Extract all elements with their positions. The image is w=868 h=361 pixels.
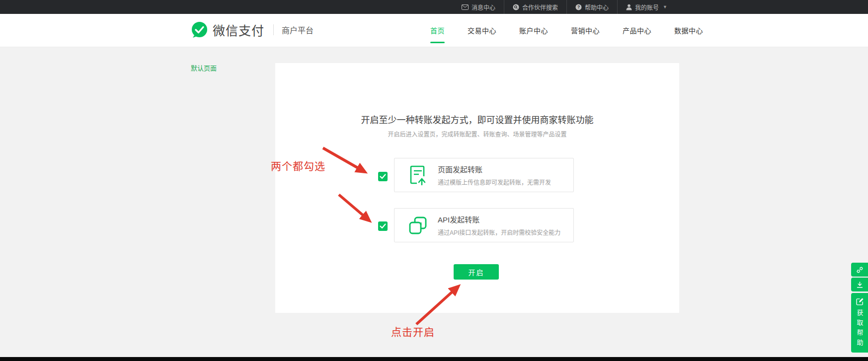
- download-icon: [856, 281, 864, 289]
- sidebar-item-default-page[interactable]: 默认页面: [191, 63, 217, 72]
- nav-marketing-center[interactable]: 营销中心: [571, 14, 600, 47]
- wechat-pay-logo-icon: [191, 21, 208, 39]
- nav-account-center[interactable]: 账户中心: [519, 14, 548, 47]
- menu-label: 我的账号: [635, 3, 659, 11]
- checkbox-api-transfer[interactable]: [378, 221, 388, 231]
- page-title: 开启至少一种转账发起方式，即可设置并使用商家转账功能: [275, 113, 679, 126]
- edit-icon: [856, 297, 864, 306]
- option-title: 页面发起转账: [438, 164, 551, 174]
- floating-side-toolbar: 获取帮助: [851, 263, 868, 353]
- wechat-pay-merchant-page: 消息中心 合作伙伴搜索 ? 帮助中心 我的账号 ▼: [0, 0, 868, 361]
- option-title: API发起转账: [438, 214, 560, 224]
- top-utility-bar: 消息中心 合作伙伴搜索 ? 帮助中心 我的账号 ▼: [0, 0, 868, 14]
- help-center-menu-item[interactable]: ? 帮助中心: [566, 0, 617, 14]
- download-button[interactable]: [851, 278, 868, 291]
- link-icon: [856, 266, 864, 274]
- partner-search-menu-item[interactable]: 合作伙伴搜索: [504, 0, 566, 14]
- option-texts: API发起转账 通过API接口发起转账，开启时需校验安全能力: [438, 214, 560, 236]
- menu-label: 消息中心: [472, 3, 495, 11]
- menu-label: 合作伙伴搜索: [522, 3, 558, 11]
- transfer-setup-panel: 开启至少一种转账发起方式，即可设置并使用商家转账功能 开启后进入设置页，完成转账…: [275, 63, 679, 313]
- site-header: 微信支付 商户平台 首页 交易中心 账户中心 营销中心 产品中心 数据中心: [0, 14, 868, 47]
- page-subtitle: 开启后进入设置页，完成转账配置、转账查询、场景管理等产品设置: [275, 130, 679, 138]
- option-description: 通过API接口发起转账，开启时需校验安全能力: [438, 228, 560, 236]
- menu-label: 帮助中心: [585, 3, 609, 11]
- nav-transaction-center[interactable]: 交易中心: [468, 14, 496, 47]
- api-blocks-icon: [408, 215, 428, 236]
- nav-home[interactable]: 首页: [430, 14, 445, 47]
- user-icon: [626, 4, 632, 10]
- brand-divider: [273, 24, 274, 35]
- get-help-button[interactable]: 获取帮助: [851, 293, 868, 353]
- option-texts: 页面发起转账 通过模版上传信息即可发起转账，无需开发: [438, 164, 551, 186]
- annotation-click-open: 点击开启: [391, 324, 435, 339]
- checkmark-icon: [380, 174, 386, 179]
- brand[interactable]: 微信支付 商户平台: [191, 21, 314, 39]
- option-description: 通过模版上传信息即可发起转账，无需开发: [438, 178, 551, 186]
- option-card-api-transfer[interactable]: API发起转账 通过API接口发起转账，开启时需校验安全能力: [394, 208, 574, 242]
- option-card-page-transfer[interactable]: 页面发起转账 通过模版上传信息即可发起转账，无需开发: [394, 158, 574, 192]
- svg-text:?: ?: [577, 4, 580, 9]
- chevron-down-icon: ▼: [663, 4, 667, 9]
- portal-name: 商户平台: [282, 24, 314, 36]
- nav-data-center[interactable]: 数据中心: [674, 14, 703, 47]
- checkbox-page-transfer[interactable]: [378, 172, 388, 181]
- question-icon: ?: [575, 4, 582, 10]
- partner-search-icon: [513, 4, 519, 10]
- my-account-menu-item[interactable]: 我的账号 ▼: [617, 0, 676, 14]
- envelope-icon: [462, 4, 469, 10]
- nav-product-center[interactable]: 产品中心: [623, 14, 651, 47]
- get-help-label: 获取帮助: [855, 309, 865, 349]
- link-button[interactable]: [851, 263, 868, 277]
- main-nav: 首页 交易中心 账户中心 营销中心 产品中心 数据中心: [430, 14, 703, 47]
- checkmark-icon: [380, 223, 386, 229]
- document-upload-icon: [408, 165, 428, 186]
- annotation-check-both: 两个都勾选: [271, 158, 325, 173]
- message-center-menu-item[interactable]: 消息中心: [453, 0, 504, 14]
- bottom-strip: [0, 357, 868, 361]
- brand-name: 微信支付: [213, 21, 264, 39]
- open-button[interactable]: 开启: [454, 264, 499, 280]
